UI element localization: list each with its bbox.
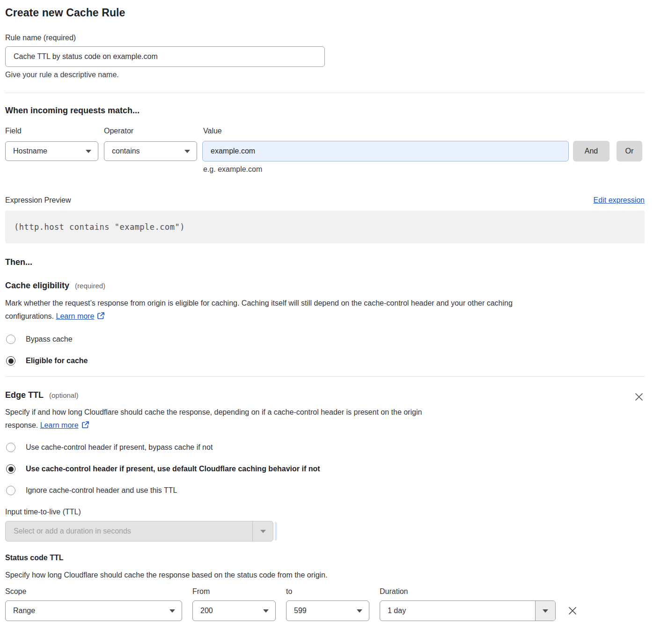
create-cache-rule-form: Create new Cache Rule Rule name (require… bbox=[0, 0, 661, 621]
learn-more-link[interactable]: Learn more bbox=[56, 312, 95, 320]
to-label: to bbox=[286, 587, 380, 596]
radio-option-bypass-if-no-header[interactable]: Use cache-control header if present, byp… bbox=[6, 443, 645, 452]
status-code-ttl-description: Specify how long Cloudflare should cache… bbox=[5, 569, 645, 582]
operator-select-value: contains bbox=[112, 147, 140, 155]
chevron-down-icon bbox=[357, 609, 362, 613]
section-divider bbox=[5, 93, 645, 93]
radio-option-bypass-cache[interactable]: Bypass cache bbox=[6, 335, 645, 344]
then-heading: Then... bbox=[5, 257, 645, 267]
radio-label[interactable]: Eligible for cache bbox=[26, 357, 88, 365]
from-select-value: 200 bbox=[200, 607, 213, 615]
cache-eligibility-description: Mark whether the request’s response from… bbox=[5, 297, 645, 323]
edge-ttl-optional-badge: (optional) bbox=[49, 391, 79, 399]
expression-preview-block: (http.host contains "example.com") bbox=[5, 211, 645, 243]
adjacent-input-edge bbox=[275, 522, 277, 541]
operator-select[interactable]: contains bbox=[104, 141, 197, 161]
expression-preview-label: Expression Preview bbox=[5, 196, 71, 205]
radio-label[interactable]: Bypass cache bbox=[26, 335, 73, 344]
radio-button[interactable] bbox=[6, 443, 15, 452]
radio-option-ignore-header-use-ttl[interactable]: Ignore cache-control header and use this… bbox=[6, 486, 645, 495]
radio-button[interactable] bbox=[6, 486, 15, 495]
from-label: From bbox=[192, 587, 286, 596]
from-select[interactable]: 200 bbox=[192, 600, 276, 621]
duration-select[interactable]: 1 day bbox=[380, 600, 556, 621]
section-divider bbox=[5, 376, 645, 377]
match-heading: When incoming requests match... bbox=[5, 106, 645, 116]
external-link-icon bbox=[81, 421, 89, 429]
scope-select[interactable]: Range bbox=[5, 600, 182, 621]
chevron-down-icon bbox=[86, 150, 91, 153]
duration-select-value: 1 day bbox=[380, 601, 535, 621]
radio-option-eligible-for-cache[interactable]: Eligible for cache bbox=[6, 356, 645, 366]
operator-label: Operator bbox=[104, 127, 203, 135]
remove-row-icon[interactable] bbox=[567, 606, 578, 616]
status-code-ttl-heading: Status code TTL bbox=[5, 554, 645, 562]
scope-label: Scope bbox=[5, 587, 192, 596]
rule-name-input[interactable] bbox=[5, 46, 325, 67]
ttl-input-label: Input time-to-live (TTL) bbox=[5, 508, 645, 516]
rule-name-label: Rule name (required) bbox=[5, 34, 645, 42]
page-title: Create new Cache Rule bbox=[5, 7, 645, 19]
chevron-down-icon bbox=[263, 609, 269, 613]
expression-code: (http.host contains "example.com") bbox=[14, 222, 185, 232]
to-select[interactable]: 599 bbox=[286, 600, 369, 621]
radio-option-default-caching-behavior[interactable]: Use cache-control header if present, use… bbox=[6, 464, 645, 474]
edge-ttl-description: Specify if and how long Cloudflare shoul… bbox=[5, 406, 645, 432]
radio-button-selected[interactable] bbox=[6, 356, 15, 366]
field-select-value: Hostname bbox=[13, 147, 47, 155]
field-select[interactable]: Hostname bbox=[5, 141, 98, 161]
or-button[interactable]: Or bbox=[617, 141, 642, 161]
scope-select-value: Range bbox=[13, 607, 35, 615]
learn-more-link[interactable]: Learn more bbox=[40, 421, 79, 429]
external-link-icon bbox=[97, 312, 105, 320]
edge-ttl-heading: Edge TTL bbox=[5, 390, 44, 400]
value-label: Value bbox=[203, 127, 222, 135]
and-button[interactable]: And bbox=[573, 141, 610, 161]
cache-eligibility-required-badge: (required) bbox=[75, 282, 105, 290]
radio-label[interactable]: Use cache-control header if present, use… bbox=[26, 465, 320, 473]
value-help: e.g. example.com bbox=[203, 165, 645, 174]
rule-name-help: Give your rule a descriptive name. bbox=[5, 71, 645, 79]
cache-eligibility-heading: Cache eligibility bbox=[5, 281, 69, 291]
ttl-placeholder: Select or add a duration in seconds bbox=[6, 521, 252, 541]
chevron-down-icon bbox=[252, 521, 273, 541]
duration-label: Duration bbox=[380, 587, 408, 596]
radio-button-selected[interactable] bbox=[6, 464, 15, 474]
chevron-down-icon bbox=[184, 150, 190, 153]
edit-expression-link[interactable]: Edit expression bbox=[594, 196, 645, 205]
ttl-duration-select-disabled: Select or add a duration in seconds bbox=[5, 521, 273, 542]
chevron-down-icon bbox=[535, 601, 555, 621]
value-input[interactable] bbox=[202, 141, 569, 161]
radio-button[interactable] bbox=[6, 335, 15, 344]
radio-label[interactable]: Use cache-control header if present, byp… bbox=[26, 443, 213, 452]
radio-label[interactable]: Ignore cache-control header and use this… bbox=[26, 486, 177, 495]
field-label: Field bbox=[5, 127, 104, 135]
to-select-value: 599 bbox=[294, 607, 307, 615]
close-icon[interactable] bbox=[634, 392, 644, 402]
chevron-down-icon bbox=[169, 609, 175, 613]
